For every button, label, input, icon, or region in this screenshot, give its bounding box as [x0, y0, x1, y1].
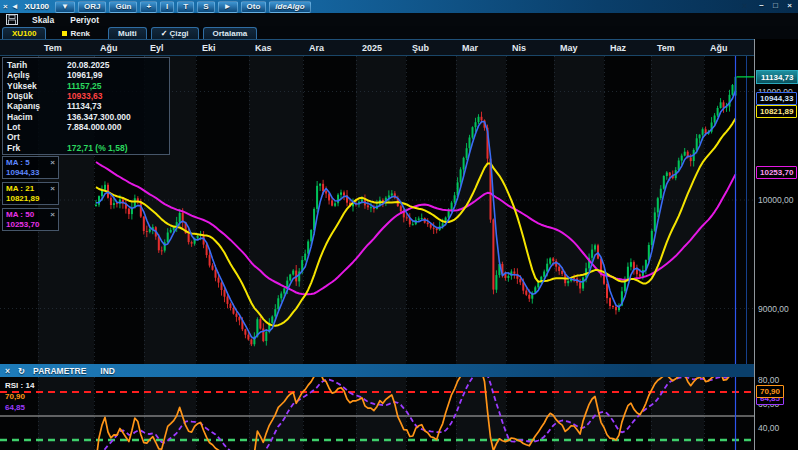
month-label: Mar: [462, 43, 478, 53]
info-row-tarih: Tarih20.08.2025: [7, 60, 165, 70]
ma-remove-icon[interactable]: ×: [50, 158, 55, 168]
rsi-value-marker: 70,90: [756, 385, 784, 398]
ma-legend-row: MA : 21×: [6, 184, 55, 194]
tab-label: Çizgi: [169, 29, 188, 38]
detach-icon[interactable]: ×: [742, 1, 747, 11]
rsi-axis-tick: 40,00: [758, 423, 779, 433]
rsi-chart[interactable]: [0, 377, 754, 450]
info-label: Frk: [7, 143, 67, 153]
ma-legend-box-ma-5: MA : 5×10944,33: [2, 156, 59, 179]
rsi-value-label: 70,90: [5, 392, 25, 401]
trading-app-window: × ◄ XU100 ▼ORJGün+ITS►OtoideAlgo × −□× S…: [0, 0, 798, 450]
month-label: Şub: [412, 43, 429, 53]
toolbar-button-oto[interactable]: Oto: [241, 1, 267, 13]
info-value: 7.884.000.000: [67, 122, 121, 132]
ma-label: MA : 21: [6, 184, 34, 194]
tab-ortalama[interactable]: Ortalama: [203, 27, 258, 39]
month-label: Ağu: [100, 43, 118, 53]
month-label: Kas: [255, 43, 272, 53]
month-label: Tem: [44, 43, 62, 53]
axis-separator: [754, 39, 755, 450]
close-button[interactable]: ×: [784, 1, 795, 11]
tab-xu100[interactable]: XU100: [2, 27, 46, 39]
minimize-button[interactable]: −: [756, 1, 767, 11]
info-label: Açılış: [7, 70, 67, 80]
renk-toggle[interactable]: Renk: [62, 29, 90, 38]
info-row-lot: Lot7.884.000.000: [7, 122, 165, 132]
ma-remove-icon[interactable]: ×: [50, 210, 55, 220]
ma-legend-row: MA : 5×: [6, 158, 55, 168]
month-label: Ağu: [710, 43, 728, 53]
ma-value: 10944,33: [6, 168, 55, 178]
month-label: Eyl: [150, 43, 164, 53]
indicator-tab-parametre[interactable]: PARAMETRE: [33, 366, 86, 376]
info-row-ort: Ort: [7, 132, 165, 142]
last-price-marker: 11134,73: [756, 70, 798, 84]
ma-value: 10253,70: [6, 220, 55, 230]
renk-color-swatch: [62, 31, 67, 36]
month-label: Eki: [202, 43, 216, 53]
ma-legend-row: MA : 50×: [6, 210, 55, 220]
ma-label: MA : 50: [6, 210, 34, 220]
info-row-kapan: Kapanış11134,73: [7, 101, 165, 111]
ma-value: 10821,89: [6, 194, 55, 204]
ma-legend-box-ma-21: MA : 21×10821,89: [2, 182, 59, 205]
ma50-price-marker: 10253,70: [756, 166, 797, 179]
info-value: 10933,63: [67, 91, 102, 101]
ma-legend-box-ma-50: MA : 50×10253,70: [2, 208, 59, 231]
info-value: 136.347.300.000: [67, 112, 131, 122]
tab-label: Multi: [118, 29, 137, 38]
rsi-title: RSI : 14: [5, 381, 34, 390]
toolbar-button-i[interactable]: I: [160, 1, 174, 13]
maximize-button[interactable]: □: [770, 1, 781, 11]
toolbar-button-item[interactable]: ▼: [55, 1, 75, 13]
back-arrow-icon[interactable]: ◄: [11, 1, 19, 12]
toolbar-buttons: ▼ORJGün+ITS►OtoideAlgo: [55, 1, 311, 13]
month-label: Nis: [512, 43, 526, 53]
month-label: May: [560, 43, 578, 53]
info-row-y-ksek: Yüksek11157,25: [7, 81, 165, 91]
month-label: 2025: [362, 43, 382, 53]
symbol-title: XU100: [22, 2, 52, 11]
info-label: Düşük: [7, 91, 67, 101]
panel-close-icon[interactable]: ×: [3, 1, 8, 12]
ma-remove-icon[interactable]: ×: [50, 184, 55, 194]
toolbar-button-item[interactable]: ►: [218, 1, 238, 13]
tab-label: Ortalama: [213, 29, 248, 38]
toolbar-button-orj[interactable]: ORJ: [78, 1, 106, 13]
time-axis: TemAğuEylEkiKasAra2025ŞubMarNisMayHazTem…: [0, 39, 754, 56]
quote-info-panel: Tarih20.08.2025Açılış10961,99Yüksek11157…: [2, 57, 170, 155]
indicator-tab-ind[interactable]: IND: [100, 366, 115, 376]
info-label: Yüksek: [7, 81, 67, 91]
tab-izgi[interactable]: ✓Çizgi: [151, 27, 199, 39]
window-controls: −□×: [756, 1, 795, 11]
toolbar-button-t[interactable]: T: [177, 1, 194, 13]
month-label: Haz: [610, 43, 626, 53]
menu-item-skala[interactable]: Skala: [32, 15, 54, 25]
rsi-axis-tick: 80,00: [758, 375, 779, 385]
ma21-price-marker: 10821,89: [756, 105, 797, 118]
tab-multi[interactable]: Multi: [108, 27, 147, 39]
tab-strip: XU100 Renk Multi✓ÇizgiOrtalama: [0, 26, 798, 39]
y-axis-tick: 9000,00: [758, 304, 789, 314]
info-value: 11157,25: [67, 81, 102, 91]
menu-bar: SkalaPeriyot: [0, 13, 798, 26]
info-row-a-l: Açılış10961,99: [7, 70, 165, 80]
toolbar-button-item[interactable]: +: [140, 1, 157, 13]
toolbar-button-g-n[interactable]: Gün: [109, 1, 137, 13]
info-row-d-k: Düşük10933,63: [7, 91, 165, 101]
info-label: Hacim: [7, 112, 67, 122]
info-value: 11134,73: [67, 101, 102, 111]
check-icon: ✓: [161, 29, 168, 38]
month-label: Ara: [309, 43, 324, 53]
info-value: 20.08.2025: [67, 60, 110, 70]
indicator-refresh-icon[interactable]: ↻: [18, 366, 25, 376]
toolbar-button-s[interactable]: S: [197, 1, 214, 13]
toolbar-button-idealgo[interactable]: ideAlgo: [269, 1, 310, 13]
ma-label: MA : 5: [6, 158, 30, 168]
indicator-header-bar: × ↻ PARAMETREIND: [0, 364, 754, 377]
menu-item-periyot[interactable]: Periyot: [70, 15, 99, 25]
y-axis-tick: 10000,00: [758, 195, 793, 205]
indicator-close-icon[interactable]: ×: [5, 366, 10, 376]
info-value: 10961,99: [67, 70, 102, 80]
